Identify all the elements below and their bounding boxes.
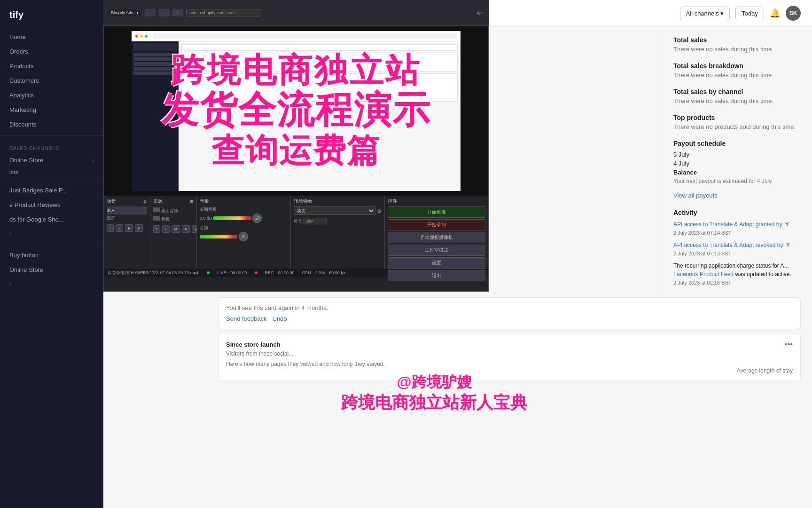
- activity-link-1[interactable]: API access to Translate & Adapt granted …: [673, 221, 784, 228]
- obs-overlay: Shopify Admin ... ... ... admin.shopify.…: [103, 0, 489, 292]
- revisit-card: You'll see this card again in 4 months. …: [218, 297, 801, 329]
- virtual-camera-btn[interactable]: 启动虚拟摄像机: [388, 232, 485, 243]
- audio-bar-2: [200, 235, 237, 238]
- sidebar-divider-2: [0, 179, 103, 179]
- source-item-2[interactable]: 音频: [153, 215, 194, 223]
- ss-card-2: [274, 53, 365, 71]
- sidebar-item-google-shop[interactable]: ds for Google Sho...: [0, 212, 103, 227]
- audio-panel: 音量 桌面音频 0.0 dB 🔊 音频 ⚙: [197, 196, 291, 269]
- settings-btn[interactable]: 设置: [388, 257, 485, 269]
- start-stream-btn[interactable]: 开始推流: [388, 206, 485, 218]
- obs-rec-label: REC：00:00:00: [265, 270, 295, 276]
- main-content: Shopify Admin ... ... ... admin.shopify.…: [103, 0, 812, 508]
- undo-link[interactable]: Undo: [273, 315, 287, 322]
- volume-knob-1[interactable]: 🔊: [252, 214, 262, 223]
- scenes-add-btn[interactable]: +: [107, 224, 114, 232]
- sidebar-item-customers[interactable]: Customers: [0, 73, 103, 88]
- activity-section: Activity API access to Translate & Adapt…: [673, 209, 801, 302]
- sidebar-divider-3: [0, 244, 103, 244]
- sources-gear-icon[interactable]: ⚙: [189, 199, 194, 204]
- scene-item-1[interactable]: 来人: [107, 206, 147, 214]
- sidebar-item-home[interactable]: Home: [0, 30, 103, 44]
- volume-knob-2[interactable]: ⚙: [239, 232, 248, 241]
- controls-panel: 控件 开始推流 开始录制 启动虚拟摄像机 工作室模式 设置 退出: [385, 196, 488, 269]
- total-sales-breakdown-empty: There were no sales during this time.: [673, 71, 801, 79]
- transition-settings-icon[interactable]: ⚙: [377, 208, 382, 214]
- avatar[interactable]: SK: [786, 6, 801, 21]
- activity-link-3[interactable]: Facebook Product Feed: [673, 271, 734, 278]
- top-products-empty: There were no products sold during this …: [673, 123, 801, 130]
- view-all-payouts[interactable]: View all payouts: [673, 192, 718, 199]
- sources-add-btn[interactable]: +: [153, 225, 160, 233]
- expand-icon-2: ›: [9, 281, 11, 286]
- transition-time-input[interactable]: [304, 218, 327, 224]
- studio-mode-btn[interactable]: 工作室模式: [388, 245, 485, 256]
- sidebar-item-badges[interactable]: Just Badges Sale P...: [0, 183, 103, 198]
- sidebar-item-buy-button[interactable]: Buy button: [0, 248, 103, 262]
- browser-bar: Shopify Admin ... ... ... admin.shopify.…: [103, 0, 489, 26]
- scenes-down-btn[interactable]: ∨: [135, 224, 143, 232]
- sidebar-item-online-store-2[interactable]: Online Store: [0, 262, 103, 277]
- online-store-submenu[interactable]: tore: [0, 169, 103, 175]
- transitions-panel: 转场特效 淡变 ⚙ 时长: [291, 196, 385, 269]
- sidebar-item-online-store[interactable]: Online Store ›: [0, 153, 103, 167]
- payout-section: Payout schedule 5 July 4 July Balance Yo…: [673, 140, 801, 199]
- source-item-1[interactable]: 桌面音频: [153, 206, 194, 215]
- sidebar-expand-2[interactable]: ›: [0, 277, 103, 290]
- notification-icon[interactable]: 🔔: [770, 8, 780, 18]
- audio-bars-mic: ⚙: [200, 232, 288, 241]
- sidebar-item-discounts[interactable]: Discounts: [0, 117, 103, 132]
- ss-nav-4: [133, 67, 177, 71]
- ss-nav-2: [133, 57, 177, 61]
- ss-main-1: [181, 44, 458, 51]
- activity-time-2: 2 July 2023 at 07:13 BST: [673, 251, 732, 256]
- scenes-remove-btn[interactable]: −: [116, 224, 123, 232]
- since-store-header: Since store launch •••: [226, 340, 793, 349]
- sources-up-btn[interactable]: ∧: [182, 225, 190, 233]
- sidebar-logo: tify: [0, 9, 103, 30]
- browser-tab-3[interactable]: ...: [158, 9, 170, 16]
- activity-suffix-1: Y: [785, 221, 789, 228]
- audio-label-desktop: 桌面音频: [200, 206, 288, 213]
- date-selector[interactable]: Today: [735, 7, 764, 20]
- send-feedback-link[interactable]: Send feedback: [226, 315, 267, 322]
- controls-title: 控件: [388, 198, 485, 205]
- total-sales-breakdown-title: Total sales breakdown: [673, 62, 801, 70]
- scenes-gear-icon[interactable]: ⚙: [143, 199, 147, 204]
- ss-sidebar: [132, 41, 179, 191]
- shopify-screenshot: [132, 31, 461, 191]
- total-sales-channel-title: Total sales by channel: [673, 88, 801, 95]
- browser-tab-active[interactable]: Shopify Admin: [107, 9, 142, 16]
- start-record-btn[interactable]: 开始录制: [388, 219, 485, 230]
- browser-url-bar[interactable]: admin.shopify.com/store: [186, 9, 261, 16]
- sources-down-btn[interactable]: ∨: [192, 225, 197, 233]
- payout-balance: Balance: [673, 169, 801, 176]
- browser-tab-2[interactable]: ...: [145, 9, 156, 16]
- revisit-text: You'll see this card again in 4 months.: [226, 304, 793, 311]
- sidebar: tify Home Orders Products Customers Anal…: [0, 0, 103, 508]
- activity-item-1: API access to Translate & Adapt granted …: [673, 220, 801, 237]
- sidebar-item-orders[interactable]: Orders: [0, 44, 103, 59]
- activity-link-2[interactable]: API access to Translate & Adapt revoked …: [673, 242, 785, 248]
- browser-tab-4[interactable]: ...: [172, 9, 184, 16]
- sources-gear-btn[interactable]: ⚙: [172, 225, 180, 233]
- since-store-dots-menu[interactable]: •••: [785, 340, 793, 349]
- obs-rec-dot: [255, 271, 258, 274]
- sidebar-expand[interactable]: ›: [0, 227, 103, 240]
- scenes-up-btn[interactable]: ∧: [125, 224, 133, 232]
- sidebar-item-products[interactable]: Products: [0, 59, 103, 73]
- transition-select[interactable]: 淡变: [294, 206, 375, 215]
- top-products-section: Top products There were no products sold…: [673, 114, 801, 130]
- sidebar-item-marketing[interactable]: Marketing: [0, 103, 103, 117]
- exit-btn[interactable]: 退出: [388, 270, 485, 281]
- payout-date-2: 4 July: [673, 160, 801, 167]
- sources-remove-btn[interactable]: −: [162, 225, 169, 233]
- activity-title: Activity: [673, 209, 801, 216]
- feedback-row: Send feedback Undo: [226, 315, 793, 322]
- audio-label-mic: 音频: [200, 225, 288, 231]
- obs-window: 跨境电商独立站 发货全流程演示 查询运费篇 场景 ⚙ 来人 滚屏 +: [103, 26, 489, 292]
- scene-item-2[interactable]: 滚屏: [107, 214, 147, 222]
- sidebar-item-analytics[interactable]: Analytics: [0, 88, 103, 103]
- channel-selector[interactable]: All channels ▾: [680, 7, 730, 20]
- sidebar-item-reviews[interactable]: e Product Reviews: [0, 198, 103, 212]
